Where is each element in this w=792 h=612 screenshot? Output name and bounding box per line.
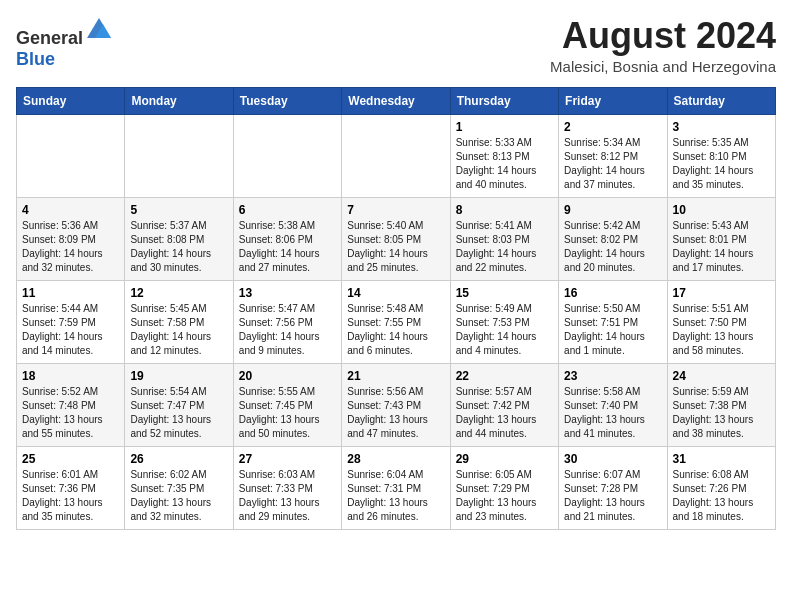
calendar-cell: 12Sunrise: 5:45 AMSunset: 7:58 PMDayligh… <box>125 280 233 363</box>
calendar-cell: 15Sunrise: 5:49 AMSunset: 7:53 PMDayligh… <box>450 280 558 363</box>
day-info: Sunrise: 5:56 AMSunset: 7:43 PMDaylight:… <box>347 385 444 441</box>
day-number: 30 <box>564 452 661 466</box>
calendar-cell: 14Sunrise: 5:48 AMSunset: 7:55 PMDayligh… <box>342 280 450 363</box>
calendar-cell <box>125 114 233 197</box>
calendar-cell: 25Sunrise: 6:01 AMSunset: 7:36 PMDayligh… <box>17 446 125 529</box>
header-monday: Monday <box>125 87 233 114</box>
calendar-cell: 18Sunrise: 5:52 AMSunset: 7:48 PMDayligh… <box>17 363 125 446</box>
day-number: 15 <box>456 286 553 300</box>
calendar-cell: 13Sunrise: 5:47 AMSunset: 7:56 PMDayligh… <box>233 280 341 363</box>
day-info: Sunrise: 5:38 AMSunset: 8:06 PMDaylight:… <box>239 219 336 275</box>
day-info: Sunrise: 5:55 AMSunset: 7:45 PMDaylight:… <box>239 385 336 441</box>
day-number: 6 <box>239 203 336 217</box>
day-info: Sunrise: 5:51 AMSunset: 7:50 PMDaylight:… <box>673 302 770 358</box>
day-info: Sunrise: 5:42 AMSunset: 8:02 PMDaylight:… <box>564 219 661 275</box>
calendar-cell: 6Sunrise: 5:38 AMSunset: 8:06 PMDaylight… <box>233 197 341 280</box>
calendar-week-row: 18Sunrise: 5:52 AMSunset: 7:48 PMDayligh… <box>17 363 776 446</box>
page-header: General Blue August 2024 Malesici, Bosni… <box>16 16 776 75</box>
calendar-cell: 4Sunrise: 5:36 AMSunset: 8:09 PMDaylight… <box>17 197 125 280</box>
calendar-cell: 29Sunrise: 6:05 AMSunset: 7:29 PMDayligh… <box>450 446 558 529</box>
logo-general: General <box>16 28 83 48</box>
calendar-cell: 1Sunrise: 5:33 AMSunset: 8:13 PMDaylight… <box>450 114 558 197</box>
header-thursday: Thursday <box>450 87 558 114</box>
day-info: Sunrise: 5:54 AMSunset: 7:47 PMDaylight:… <box>130 385 227 441</box>
calendar-cell: 16Sunrise: 5:50 AMSunset: 7:51 PMDayligh… <box>559 280 667 363</box>
calendar-cell: 11Sunrise: 5:44 AMSunset: 7:59 PMDayligh… <box>17 280 125 363</box>
day-number: 8 <box>456 203 553 217</box>
calendar-cell: 3Sunrise: 5:35 AMSunset: 8:10 PMDaylight… <box>667 114 775 197</box>
day-info: Sunrise: 5:40 AMSunset: 8:05 PMDaylight:… <box>347 219 444 275</box>
calendar-cell: 27Sunrise: 6:03 AMSunset: 7:33 PMDayligh… <box>233 446 341 529</box>
day-info: Sunrise: 5:45 AMSunset: 7:58 PMDaylight:… <box>130 302 227 358</box>
calendar-cell: 19Sunrise: 5:54 AMSunset: 7:47 PMDayligh… <box>125 363 233 446</box>
day-info: Sunrise: 5:57 AMSunset: 7:42 PMDaylight:… <box>456 385 553 441</box>
calendar-cell: 7Sunrise: 5:40 AMSunset: 8:05 PMDaylight… <box>342 197 450 280</box>
header-wednesday: Wednesday <box>342 87 450 114</box>
day-number: 20 <box>239 369 336 383</box>
day-info: Sunrise: 5:36 AMSunset: 8:09 PMDaylight:… <box>22 219 119 275</box>
day-number: 12 <box>130 286 227 300</box>
day-number: 10 <box>673 203 770 217</box>
day-number: 5 <box>130 203 227 217</box>
logo-blue: Blue <box>16 49 55 69</box>
calendar-cell <box>233 114 341 197</box>
day-info: Sunrise: 6:03 AMSunset: 7:33 PMDaylight:… <box>239 468 336 524</box>
day-number: 14 <box>347 286 444 300</box>
day-number: 4 <box>22 203 119 217</box>
header-sunday: Sunday <box>17 87 125 114</box>
logo-text: General Blue <box>16 16 113 70</box>
calendar-cell: 22Sunrise: 5:57 AMSunset: 7:42 PMDayligh… <box>450 363 558 446</box>
calendar-week-row: 25Sunrise: 6:01 AMSunset: 7:36 PMDayligh… <box>17 446 776 529</box>
day-info: Sunrise: 5:59 AMSunset: 7:38 PMDaylight:… <box>673 385 770 441</box>
calendar-cell: 8Sunrise: 5:41 AMSunset: 8:03 PMDaylight… <box>450 197 558 280</box>
logo-icon <box>85 16 113 44</box>
day-number: 21 <box>347 369 444 383</box>
calendar-cell: 24Sunrise: 5:59 AMSunset: 7:38 PMDayligh… <box>667 363 775 446</box>
day-info: Sunrise: 6:01 AMSunset: 7:36 PMDaylight:… <box>22 468 119 524</box>
day-number: 31 <box>673 452 770 466</box>
calendar-cell: 21Sunrise: 5:56 AMSunset: 7:43 PMDayligh… <box>342 363 450 446</box>
day-number: 23 <box>564 369 661 383</box>
day-number: 25 <box>22 452 119 466</box>
day-info: Sunrise: 5:47 AMSunset: 7:56 PMDaylight:… <box>239 302 336 358</box>
calendar-cell: 5Sunrise: 5:37 AMSunset: 8:08 PMDaylight… <box>125 197 233 280</box>
calendar-week-row: 11Sunrise: 5:44 AMSunset: 7:59 PMDayligh… <box>17 280 776 363</box>
header-saturday: Saturday <box>667 87 775 114</box>
day-info: Sunrise: 5:58 AMSunset: 7:40 PMDaylight:… <box>564 385 661 441</box>
calendar-table: SundayMondayTuesdayWednesdayThursdayFrid… <box>16 87 776 530</box>
day-number: 17 <box>673 286 770 300</box>
day-number: 16 <box>564 286 661 300</box>
day-info: Sunrise: 6:08 AMSunset: 7:26 PMDaylight:… <box>673 468 770 524</box>
day-info: Sunrise: 5:35 AMSunset: 8:10 PMDaylight:… <box>673 136 770 192</box>
day-number: 13 <box>239 286 336 300</box>
day-number: 7 <box>347 203 444 217</box>
day-number: 1 <box>456 120 553 134</box>
day-info: Sunrise: 6:07 AMSunset: 7:28 PMDaylight:… <box>564 468 661 524</box>
calendar-week-row: 4Sunrise: 5:36 AMSunset: 8:09 PMDaylight… <box>17 197 776 280</box>
day-info: Sunrise: 5:37 AMSunset: 8:08 PMDaylight:… <box>130 219 227 275</box>
calendar-cell: 28Sunrise: 6:04 AMSunset: 7:31 PMDayligh… <box>342 446 450 529</box>
header-friday: Friday <box>559 87 667 114</box>
calendar-cell: 17Sunrise: 5:51 AMSunset: 7:50 PMDayligh… <box>667 280 775 363</box>
day-number: 2 <box>564 120 661 134</box>
calendar-cell: 2Sunrise: 5:34 AMSunset: 8:12 PMDaylight… <box>559 114 667 197</box>
location-subtitle: Malesici, Bosnia and Herzegovina <box>550 58 776 75</box>
day-info: Sunrise: 5:49 AMSunset: 7:53 PMDaylight:… <box>456 302 553 358</box>
day-info: Sunrise: 5:34 AMSunset: 8:12 PMDaylight:… <box>564 136 661 192</box>
month-year-title: August 2024 <box>550 16 776 56</box>
day-info: Sunrise: 6:02 AMSunset: 7:35 PMDaylight:… <box>130 468 227 524</box>
day-info: Sunrise: 5:52 AMSunset: 7:48 PMDaylight:… <box>22 385 119 441</box>
calendar-cell <box>342 114 450 197</box>
day-info: Sunrise: 6:05 AMSunset: 7:29 PMDaylight:… <box>456 468 553 524</box>
day-number: 11 <box>22 286 119 300</box>
calendar-cell <box>17 114 125 197</box>
calendar-cell: 9Sunrise: 5:42 AMSunset: 8:02 PMDaylight… <box>559 197 667 280</box>
day-number: 3 <box>673 120 770 134</box>
day-number: 27 <box>239 452 336 466</box>
day-info: Sunrise: 5:41 AMSunset: 8:03 PMDaylight:… <box>456 219 553 275</box>
day-info: Sunrise: 5:44 AMSunset: 7:59 PMDaylight:… <box>22 302 119 358</box>
day-info: Sunrise: 5:48 AMSunset: 7:55 PMDaylight:… <box>347 302 444 358</box>
day-number: 19 <box>130 369 227 383</box>
day-info: Sunrise: 6:04 AMSunset: 7:31 PMDaylight:… <box>347 468 444 524</box>
day-number: 18 <box>22 369 119 383</box>
